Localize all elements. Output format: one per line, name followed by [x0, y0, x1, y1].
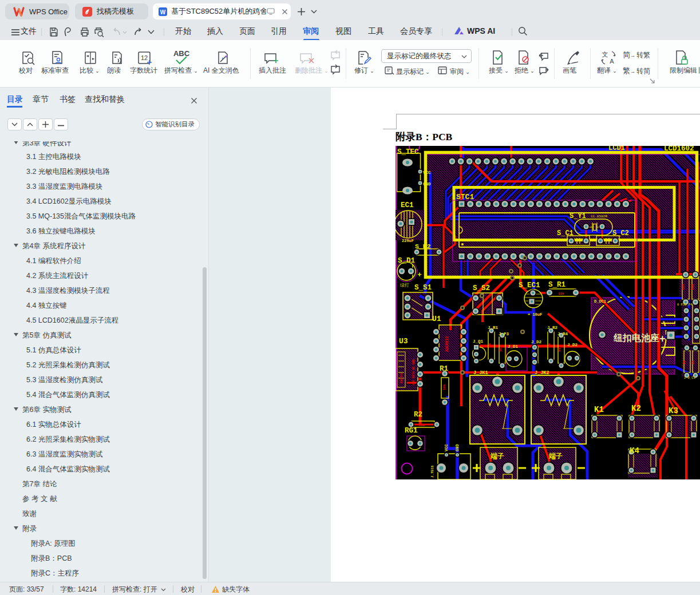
- svg-text:VCC DATA NC GND: VCC DATA NC GND: [412, 359, 416, 385]
- svg-text:GND: GND: [423, 182, 431, 187]
- svg-text:S_D1: S_D1: [398, 257, 415, 265]
- svg-text:J_D2: J_D2: [531, 340, 542, 344]
- svg-text:41: 41: [557, 347, 561, 352]
- svg-text:10K: 10K: [681, 284, 685, 290]
- svg-text:K4: K4: [630, 446, 639, 455]
- svg-text:J_JK2: J_JK2: [535, 370, 549, 376]
- svg-text:S_S2: S_S2: [473, 284, 490, 292]
- svg-text:S_TEC: S_TEC: [397, 148, 419, 156]
- svg-text:U3: U3: [399, 337, 408, 346]
- svg-text:S_R2: S_R2: [415, 243, 431, 250]
- svg-text:LCD1: LCD1: [608, 146, 625, 152]
- svg-text:绿灯: 绿灯: [400, 283, 409, 288]
- svg-text:S_C2: S_C2: [612, 229, 629, 237]
- svg-text:VCC: VCC: [423, 170, 431, 175]
- svg-text:J_P3: J_P3: [499, 332, 509, 336]
- svg-text:J_D2: J_D2: [567, 343, 578, 347]
- svg-text:GND: GND: [455, 444, 460, 451]
- svg-text:220uF: 220uF: [402, 239, 414, 243]
- svg-text:+: +: [417, 271, 422, 279]
- svg-text:A: A: [610, 58, 614, 65]
- svg-text:W: W: [160, 9, 166, 15]
- svg-text:RG1: RG1: [405, 427, 418, 435]
- svg-text:1k: 1k: [682, 360, 686, 364]
- svg-text:VCC: VCC: [444, 444, 449, 451]
- svg-text:R2: R2: [414, 411, 422, 419]
- svg-text:K1: K1: [594, 405, 604, 414]
- svg-text:J_Q1: J_Q1: [473, 339, 484, 344]
- svg-text:ADC0832: ADC0832: [445, 336, 449, 352]
- svg-text:S_C1: S_C1: [557, 229, 574, 237]
- svg-text:J_R2: J_R2: [547, 326, 558, 330]
- svg-text:STC1: STC1: [456, 193, 474, 201]
- svg-text:LCD1602: LCD1602: [664, 146, 694, 153]
- svg-text:S_Y1: S_Y1: [570, 212, 586, 220]
- svg-text:DHT11: DHT11: [400, 373, 404, 383]
- svg-text:10k: 10k: [418, 423, 425, 427]
- svg-text:R1: R1: [440, 365, 448, 373]
- svg-text:10K: 10K: [691, 284, 695, 290]
- svg-text:11.0592M: 11.0592M: [591, 215, 607, 219]
- svg-text:1k: 1k: [488, 343, 492, 347]
- svg-text:+: +: [659, 333, 666, 344]
- svg-text:1k: 1k: [499, 347, 503, 352]
- svg-text:2 D_C3: 2 D_C3: [684, 376, 696, 380]
- svg-text:端子: 端子: [490, 452, 504, 460]
- svg-text:+ 10uF: + 10uF: [528, 312, 542, 317]
- svg-text:J_TEC1: J_TEC1: [430, 465, 434, 478]
- svg-text:纽扣电池座: 纽扣电池座: [613, 332, 659, 343]
- svg-text:J_R4: J_R4: [557, 332, 568, 336]
- svg-text:D_DC1: D_DC1: [594, 299, 606, 304]
- svg-text:S_EC1: S_EC1: [519, 281, 540, 289]
- svg-text:10k: 10k: [442, 384, 446, 390]
- svg-text:文: 文: [602, 51, 608, 58]
- svg-text:12: 12: [141, 54, 148, 61]
- svg-text:EC1: EC1: [401, 201, 414, 209]
- svg-text:S_S1: S_S1: [414, 284, 432, 292]
- svg-text:U1: U1: [432, 315, 441, 323]
- svg-text:1k: 1k: [547, 343, 551, 347]
- svg-text:J_D1: J_D1: [508, 344, 519, 349]
- svg-text:ABC: ABC: [173, 49, 190, 58]
- svg-text:10k: 10k: [558, 292, 564, 296]
- svg-text:J_R1: J_R1: [488, 326, 499, 330]
- svg-text:端子: 端子: [548, 452, 563, 460]
- svg-text:K2: K2: [631, 404, 641, 413]
- svg-text:0 P30_P4: 0 P30_P4: [677, 303, 693, 307]
- svg-text:J_JK1: J_JK1: [473, 370, 488, 376]
- svg-text:S_R1: S_R1: [548, 281, 565, 289]
- svg-text:K3: K3: [669, 406, 678, 415]
- svg-text:1k: 1k: [691, 360, 695, 364]
